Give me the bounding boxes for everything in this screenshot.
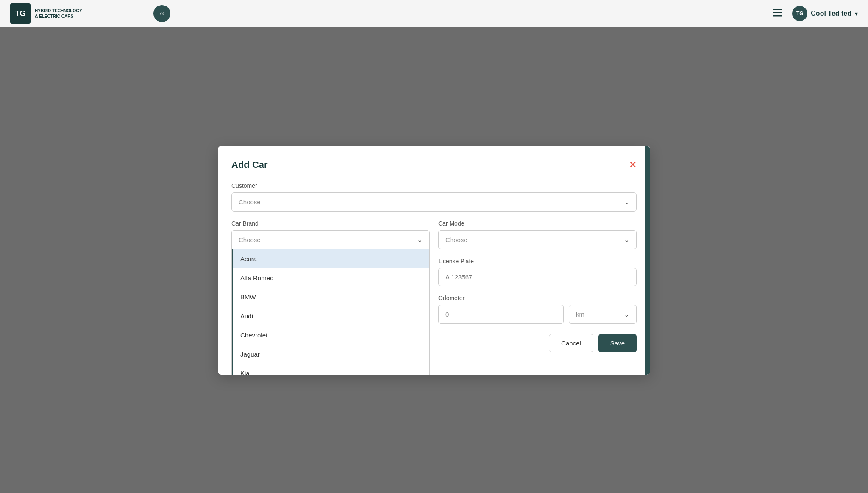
notification-icon[interactable] (773, 8, 782, 19)
button-row: Cancel Save (438, 334, 637, 352)
customer-label: Customer (231, 182, 637, 189)
user-name: Cool Ted ted (811, 10, 851, 17)
scroll-indicator (645, 146, 650, 375)
user-info[interactable]: TG Cool Ted ted ▾ (792, 6, 858, 21)
car-brand-dropdown: Acura Alfa Romeo BMW Audi Chevrolet Jagu… (231, 249, 430, 375)
brand-option-kia[interactable]: Kia (232, 364, 429, 375)
license-plate-label: License Plate (438, 258, 637, 265)
car-brand-col: Car Brand Choose ⌄ Acura Alfa Romeo BMW … (231, 220, 430, 375)
logo-area: TG HYBRID TECHNOLOGY & ELECTRIC CARS (10, 3, 86, 24)
car-model-select[interactable]: Choose ⌄ (438, 230, 637, 249)
modal-title: Add Car (231, 159, 268, 170)
odometer-group: Odometer km ⌄ (438, 295, 637, 324)
close-button[interactable]: ✕ (629, 160, 637, 170)
odometer-unit-value: km (576, 311, 584, 318)
svg-rect-0 (773, 9, 782, 10)
odometer-row: km ⌄ (438, 305, 637, 324)
modal-overlay: Add Car ✕ Customer Choose ⌄ Car Brand Ch… (0, 27, 868, 493)
back-button[interactable]: ‹‹ (153, 5, 170, 22)
car-model-col: Car Model Choose ⌄ License Plate Odomete… (438, 220, 637, 375)
car-brand-placeholder: Choose (239, 236, 261, 243)
user-chevron-icon: ▾ (855, 10, 858, 17)
brand-model-row: Car Brand Choose ⌄ Acura Alfa Romeo BMW … (231, 220, 637, 375)
car-model-chevron-icon: ⌄ (624, 236, 629, 244)
modal-header: Add Car ✕ (231, 159, 637, 170)
brand-option-alfa-romeo[interactable]: Alfa Romeo (232, 268, 429, 287)
customer-select[interactable]: Choose ⌄ (231, 192, 637, 212)
odometer-unit-chevron-icon: ⌄ (624, 310, 629, 318)
logo-icon: TG (10, 3, 31, 24)
customer-group: Customer Choose ⌄ (231, 182, 637, 212)
odometer-label: Odometer (438, 295, 637, 301)
brand-option-bmw[interactable]: BMW (232, 287, 429, 306)
license-plate-input[interactable] (438, 268, 637, 286)
add-car-modal: Add Car ✕ Customer Choose ⌄ Car Brand Ch… (218, 146, 650, 375)
license-plate-group: License Plate (438, 258, 637, 286)
odometer-unit-select[interactable]: km ⌄ (569, 305, 637, 324)
header-right: TG Cool Ted ted ▾ (773, 6, 858, 21)
brand-option-jaguar[interactable]: Jaguar (232, 345, 429, 364)
brand-option-audi[interactable]: Audi (232, 306, 429, 326)
user-avatar-initials: TG (796, 11, 804, 17)
save-button[interactable]: Save (598, 334, 637, 352)
odometer-input[interactable] (438, 305, 564, 324)
header: TG HYBRID TECHNOLOGY & ELECTRIC CARS ‹‹ … (0, 0, 868, 27)
svg-rect-1 (773, 12, 782, 13)
brand-option-acura[interactable]: Acura (232, 249, 429, 268)
customer-placeholder: Choose (239, 198, 261, 206)
brand-option-chevrolet[interactable]: Chevrolet (232, 326, 429, 345)
customer-chevron-icon: ⌄ (624, 198, 629, 206)
cancel-button[interactable]: Cancel (549, 334, 593, 352)
back-icon: ‹‹ (160, 10, 164, 17)
car-brand-chevron-icon: ⌄ (417, 236, 423, 244)
car-model-placeholder: Choose (445, 236, 467, 243)
logo-initials: TG (15, 9, 26, 18)
close-icon: ✕ (629, 159, 637, 170)
car-brand-select[interactable]: Choose ⌄ (231, 230, 430, 249)
logo-text: HYBRID TECHNOLOGY & ELECTRIC CARS (35, 8, 86, 19)
user-avatar: TG (792, 6, 807, 21)
car-model-label: Car Model (438, 220, 637, 227)
svg-rect-2 (773, 15, 782, 17)
car-brand-label: Car Brand (231, 220, 430, 227)
